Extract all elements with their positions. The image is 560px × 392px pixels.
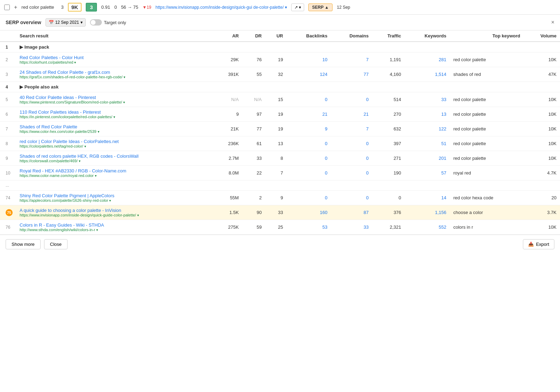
backlinks-link[interactable]: 0	[325, 170, 327, 176]
result-url-link[interactable]: https://applecolors.com/palette/1626-shi…	[20, 198, 108, 202]
url-dropdown-arrow[interactable]: ▾	[95, 174, 97, 178]
backlinks-link[interactable]: 0	[325, 195, 327, 200]
domains-link[interactable]: 0	[366, 170, 369, 176]
backlinks-link[interactable]: 0	[325, 141, 327, 146]
domains-link[interactable]: 0	[366, 141, 369, 146]
keywords-link[interactable]: 1,156	[435, 210, 447, 215]
keywords-link[interactable]: 13	[441, 112, 446, 117]
result-url: https://colorpalettes.net/tag/red-color/…	[20, 144, 211, 148]
domains-cell: 0	[331, 92, 372, 107]
result-url-link[interactable]: https://www.pinterest.com/SignatureBloom…	[20, 100, 122, 104]
result-title-link[interactable]: 24 Shades of Red Color Palette - graf1x.…	[20, 70, 211, 75]
export-button[interactable]: 📥 Export	[523, 239, 554, 249]
row-checkbox[interactable]	[4, 5, 10, 10]
url-dropdown-arrow[interactable]: ▾	[74, 60, 76, 64]
row-num: 7	[0, 122, 16, 136]
target-url-link[interactable]: https://www.invisionapp.com/inside-desig…	[155, 5, 287, 10]
close-button[interactable]: Close	[44, 239, 68, 249]
keywords-link[interactable]: 201	[439, 156, 447, 161]
result-title-link[interactable]: Shiny Red Color Palette Pigment | AppleC…	[20, 193, 211, 198]
backlinks-link[interactable]: 21	[322, 112, 327, 117]
result-title-link[interactable]: Red Color Palettes - Color Hunt	[20, 55, 211, 60]
keywords-link[interactable]: 281	[439, 57, 447, 62]
row-num: 10	[0, 166, 16, 180]
table-row: 5 40 Red Color Palette ideas - Pinterest…	[0, 92, 560, 107]
result-url-link[interactable]: https://www.color-name.com/royal-red.col…	[20, 173, 94, 178]
result-title-link[interactable]: A quick guide to choosing a color palett…	[20, 208, 211, 213]
traffic-cell: 2,321	[372, 220, 405, 235]
volume-cell: 10K	[524, 122, 560, 136]
keywords-link[interactable]: 1,514	[435, 72, 447, 77]
url-dropdown-arrow[interactable]: ▾	[96, 228, 98, 232]
serp-button[interactable]: SERP ▲	[308, 3, 333, 11]
result-cell: 24 Shades of Red Color Palette - graf1x.…	[16, 67, 215, 82]
domains-link[interactable]: 77	[364, 72, 369, 77]
keywords-cell: 201	[405, 151, 450, 166]
row-num: 4	[0, 82, 16, 92]
trend-button[interactable]: ↗ ▾	[291, 3, 304, 11]
backlinks-link[interactable]: 0	[325, 97, 327, 102]
result-url-link[interactable]: https://colorpalettes.net/tag/red-color/	[20, 144, 83, 148]
url-dropdown-arrow[interactable]: ▾	[137, 213, 139, 217]
domains-cell: 33	[331, 220, 372, 235]
backlinks-link[interactable]: 10	[322, 57, 327, 62]
show-more-button[interactable]: Show more	[6, 239, 41, 249]
backlinks-link[interactable]: 0	[325, 156, 327, 161]
backlinks-link[interactable]: 53	[322, 224, 327, 230]
target-only-toggle[interactable]	[90, 19, 102, 26]
result-url-link[interactable]: https://www.color-hex.com/color-palette/…	[20, 129, 97, 134]
url-dropdown-arrow[interactable]: ▾	[109, 199, 111, 202]
keywords-link[interactable]: 552	[439, 224, 447, 230]
keywords-link[interactable]: 14	[441, 195, 446, 200]
result-title-link[interactable]: 110 Red Color Palettes ideas - Pinterest	[20, 109, 211, 115]
add-icon[interactable]: +	[14, 4, 17, 10]
result-title-link[interactable]: Shades of red colors palette HEX, RGB co…	[20, 154, 211, 159]
domains-link[interactable]: 21	[364, 112, 369, 117]
url-dropdown-arrow[interactable]: ▾	[84, 144, 86, 148]
url-dropdown-arrow[interactable]: ▾	[113, 115, 115, 119]
backlinks-link[interactable]: 9	[325, 126, 327, 131]
domains-link[interactable]: 0	[366, 156, 369, 161]
section-expand-icon[interactable]: ▶	[20, 84, 23, 90]
url-dropdown-arrow[interactable]: ▾	[123, 100, 125, 104]
keywords-link[interactable]: 33	[441, 97, 446, 102]
section-expand-icon[interactable]: ▶	[20, 44, 23, 50]
domains-link[interactable]: 33	[364, 224, 369, 230]
backlinks-link[interactable]: 124	[320, 72, 328, 77]
result-title-link[interactable]: Royal Red - HEX #AB2330 / RGB - Color-Na…	[20, 168, 211, 173]
domains-link[interactable]: 7	[366, 126, 369, 131]
result-title-link[interactable]: red color | Color Palette Ideas - ColorP…	[20, 139, 211, 144]
ur-cell: 15	[265, 92, 287, 107]
backlinks-link[interactable]: 160	[320, 210, 328, 215]
url-dropdown-arrow[interactable]: ▾	[124, 75, 125, 79]
domains-link[interactable]: 87	[364, 210, 369, 215]
keywords-link[interactable]: 51	[441, 141, 446, 146]
ur-cell: 19	[265, 52, 287, 67]
serp-close-button[interactable]: ×	[551, 19, 554, 26]
domains-link[interactable]: 0	[366, 195, 369, 200]
result-title-link[interactable]: Shades of Red Color Palette	[20, 124, 211, 129]
ur-cell: 19	[265, 122, 287, 136]
result-url-link[interactable]: http://www.sthda.com/english/wiki/colors…	[20, 228, 95, 232]
date-picker-button[interactable]: 📅 12 Sep 2021 ▾	[46, 18, 86, 27]
keywords-cell: 14	[405, 191, 450, 205]
top-keyword-cell: red color palette	[450, 136, 524, 151]
result-title-link[interactable]: 40 Red Color Palette ideas - Pinterest	[20, 95, 211, 100]
url-dropdown-arrow[interactable]: ▾	[98, 130, 99, 134]
result-url-link[interactable]: https://www.invisionapp.com/inside-desig…	[20, 213, 136, 217]
dr-value: 90	[257, 210, 261, 215]
domains-link[interactable]: 7	[366, 57, 369, 62]
rank-badge: 75	[6, 209, 13, 216]
result-url-link[interactable]: https://colorhunt.co/palettes/red	[20, 60, 73, 64]
result-url-link[interactable]: https://colorswall.com/palette/469/	[20, 159, 78, 163]
row-num: 1	[0, 42, 16, 52]
top-keyword-cell: red color palette	[450, 122, 524, 136]
domains-link[interactable]: 0	[366, 97, 369, 102]
keywords-link[interactable]: 122	[439, 126, 447, 131]
result-url-link[interactable]: https://in.pinterest.com/icolorpalette/r…	[20, 115, 112, 119]
result-cell: red color | Color Palette Ideas - ColorP…	[16, 136, 215, 151]
keywords-link[interactable]: 57	[441, 170, 446, 176]
result-url-link[interactable]: https://graf1x.com/shades-of-red-color-p…	[20, 75, 122, 79]
result-title-link[interactable]: Colors in R - Easy Guides - Wiki - STHDA	[20, 222, 211, 228]
url-dropdown-arrow[interactable]: ▾	[79, 159, 80, 163]
